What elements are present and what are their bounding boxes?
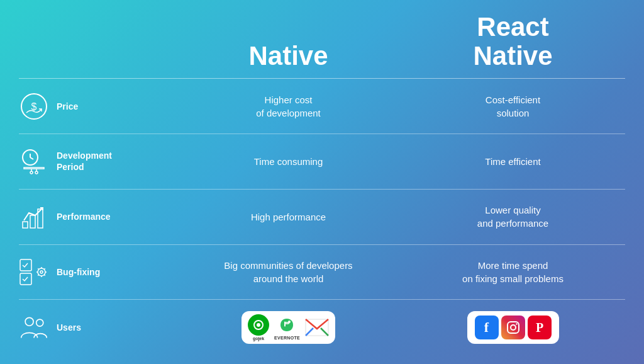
svg-point-29 [288, 321, 291, 323]
react-users-logos: f P [401, 311, 625, 344]
svg-line-21 [38, 268, 38, 269]
price-row: $ Price Higher cost of development Cost-… [19, 79, 625, 134]
bug-fixing-native-text: Big communities of developers around the… [176, 254, 401, 290]
users-label-text: Users [57, 322, 81, 333]
evernote-text: EVERNOTE [274, 336, 300, 340]
performance-icon [19, 202, 49, 232]
svg-point-33 [516, 323, 517, 324]
dev-period-label-text: Development Period [57, 150, 112, 173]
svg-point-7 [35, 171, 38, 174]
performance-label-text: Performance [57, 211, 111, 222]
svg-rect-10 [23, 222, 28, 228]
svg-point-25 [25, 317, 33, 326]
header-react-col: React Native [401, 13, 625, 71]
react-native-header-title: React Native [401, 13, 625, 71]
performance-row: Performance High performance Lower quali… [19, 190, 625, 245]
gojek-logo: gojek [248, 314, 269, 341]
dev-period-label: Development Period [19, 141, 176, 181]
pinterest-icon: P [528, 316, 552, 339]
price-icon: $ [19, 91, 49, 122]
svg-line-22 [44, 275, 45, 275]
performance-native-text: High performance [176, 205, 401, 229]
users-label: Users [19, 307, 176, 348]
bug-fixing-label: Bug-fixing [19, 252, 176, 292]
gojek-text: gojek [253, 336, 264, 341]
svg-point-15 [38, 268, 45, 276]
svg-point-28 [257, 323, 260, 327]
dev-period-icon [19, 146, 49, 176]
svg-rect-5 [24, 168, 44, 169]
dev-period-row: Development Period Time consuming Time e… [19, 134, 625, 190]
social-logo-box: f P [467, 311, 559, 344]
main-container: Native React Native $ Price Higher cost [0, 0, 644, 364]
bug-fixing-react-text: More time spend on fixing small problems [401, 254, 625, 290]
gojek-icon [248, 314, 269, 336]
price-native-text: Higher cost of development [176, 88, 401, 125]
dev-period-native-text: Time consuming [176, 150, 401, 173]
bug-fixing-icon [19, 257, 49, 287]
native-users-logos: gojek EVERNOTE [176, 311, 401, 344]
svg-point-32 [511, 325, 516, 330]
instagram-icon [501, 316, 525, 339]
comparison-table: $ Price Higher cost of development Cost-… [19, 79, 625, 355]
svg-point-6 [30, 171, 33, 174]
evernote-icon [276, 314, 297, 336]
performance-react-text: Lower quality and performance [401, 198, 625, 235]
svg-point-26 [36, 319, 43, 326]
performance-label: Performance [19, 196, 176, 237]
svg-line-4 [30, 157, 33, 159]
svg-line-23 [44, 268, 45, 269]
header-native-col: Native [176, 42, 401, 71]
native-header-title: Native [176, 42, 401, 71]
users-row: Users gojek [19, 300, 625, 355]
header-row: Native React Native [19, 13, 625, 79]
svg-line-24 [38, 275, 38, 275]
users-icon [19, 312, 49, 343]
svg-point-16 [40, 271, 43, 273]
evernote-logo: EVERNOTE [274, 314, 300, 340]
svg-text:P: P [535, 321, 543, 334]
native-logo-box: gojek EVERNOTE [242, 311, 335, 344]
gmail-logo [305, 319, 329, 336]
svg-rect-11 [30, 215, 35, 228]
facebook-icon: f [475, 316, 499, 339]
bug-fixing-label-text: Bug-fixing [57, 266, 100, 278]
bug-fixing-row: Bug-fixing Big communities of developers… [19, 245, 625, 300]
price-react-text: Cost-efficient solution [401, 88, 625, 125]
dev-period-react-text: Time efficient [401, 150, 625, 173]
price-label: $ Price [19, 86, 176, 127]
price-label-text: Price [57, 101, 78, 112]
